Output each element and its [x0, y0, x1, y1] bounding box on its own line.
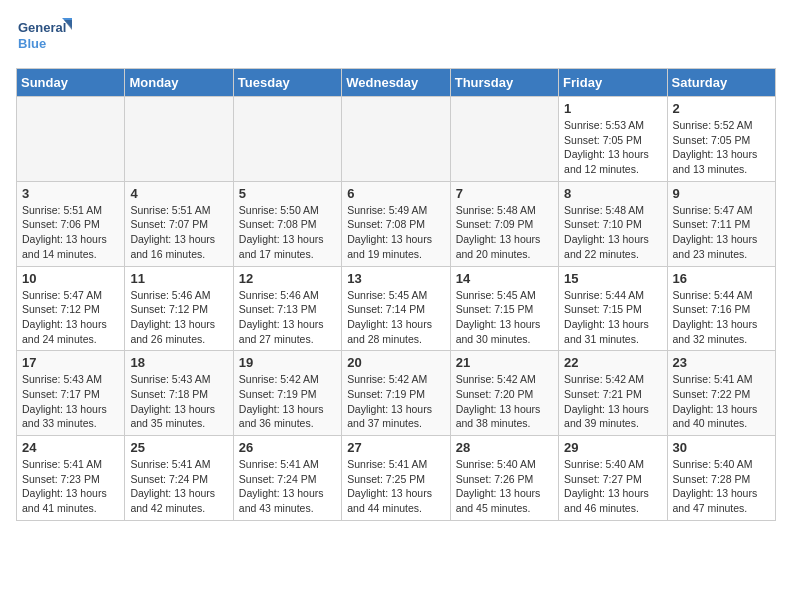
weekday-header: Thursday	[450, 69, 558, 97]
day-number: 17	[22, 355, 119, 370]
day-info: Sunrise: 5:43 AM Sunset: 7:18 PM Dayligh…	[130, 372, 227, 431]
weekday-header: Sunday	[17, 69, 125, 97]
day-number: 14	[456, 271, 553, 286]
weekday-header: Friday	[559, 69, 667, 97]
day-info: Sunrise: 5:52 AM Sunset: 7:05 PM Dayligh…	[673, 118, 770, 177]
calendar-day-cell: 17Sunrise: 5:43 AM Sunset: 7:17 PM Dayli…	[17, 351, 125, 436]
day-info: Sunrise: 5:45 AM Sunset: 7:14 PM Dayligh…	[347, 288, 444, 347]
day-info: Sunrise: 5:53 AM Sunset: 7:05 PM Dayligh…	[564, 118, 661, 177]
calendar-table: SundayMondayTuesdayWednesdayThursdayFrid…	[16, 68, 776, 521]
calendar-day-cell: 19Sunrise: 5:42 AM Sunset: 7:19 PM Dayli…	[233, 351, 341, 436]
calendar-day-cell: 22Sunrise: 5:42 AM Sunset: 7:21 PM Dayli…	[559, 351, 667, 436]
calendar-day-cell	[17, 97, 125, 182]
day-info: Sunrise: 5:40 AM Sunset: 7:27 PM Dayligh…	[564, 457, 661, 516]
day-number: 7	[456, 186, 553, 201]
calendar-day-cell: 2Sunrise: 5:52 AM Sunset: 7:05 PM Daylig…	[667, 97, 775, 182]
calendar-day-cell: 30Sunrise: 5:40 AM Sunset: 7:28 PM Dayli…	[667, 436, 775, 521]
day-info: Sunrise: 5:41 AM Sunset: 7:22 PM Dayligh…	[673, 372, 770, 431]
calendar-day-cell: 21Sunrise: 5:42 AM Sunset: 7:20 PM Dayli…	[450, 351, 558, 436]
day-info: Sunrise: 5:47 AM Sunset: 7:12 PM Dayligh…	[22, 288, 119, 347]
calendar-day-cell: 1Sunrise: 5:53 AM Sunset: 7:05 PM Daylig…	[559, 97, 667, 182]
day-number: 6	[347, 186, 444, 201]
calendar-day-cell: 16Sunrise: 5:44 AM Sunset: 7:16 PM Dayli…	[667, 266, 775, 351]
day-info: Sunrise: 5:51 AM Sunset: 7:07 PM Dayligh…	[130, 203, 227, 262]
day-info: Sunrise: 5:41 AM Sunset: 7:23 PM Dayligh…	[22, 457, 119, 516]
weekday-header: Tuesday	[233, 69, 341, 97]
logo: General Blue	[16, 16, 76, 60]
calendar-day-cell: 4Sunrise: 5:51 AM Sunset: 7:07 PM Daylig…	[125, 181, 233, 266]
calendar-day-cell	[125, 97, 233, 182]
calendar-day-cell: 27Sunrise: 5:41 AM Sunset: 7:25 PM Dayli…	[342, 436, 450, 521]
day-number: 8	[564, 186, 661, 201]
day-number: 1	[564, 101, 661, 116]
day-number: 27	[347, 440, 444, 455]
calendar-day-cell: 20Sunrise: 5:42 AM Sunset: 7:19 PM Dayli…	[342, 351, 450, 436]
calendar-day-cell: 29Sunrise: 5:40 AM Sunset: 7:27 PM Dayli…	[559, 436, 667, 521]
day-info: Sunrise: 5:46 AM Sunset: 7:13 PM Dayligh…	[239, 288, 336, 347]
calendar-day-cell: 23Sunrise: 5:41 AM Sunset: 7:22 PM Dayli…	[667, 351, 775, 436]
calendar-day-cell: 26Sunrise: 5:41 AM Sunset: 7:24 PM Dayli…	[233, 436, 341, 521]
day-number: 26	[239, 440, 336, 455]
day-number: 13	[347, 271, 444, 286]
day-number: 2	[673, 101, 770, 116]
day-number: 10	[22, 271, 119, 286]
day-number: 18	[130, 355, 227, 370]
day-info: Sunrise: 5:47 AM Sunset: 7:11 PM Dayligh…	[673, 203, 770, 262]
calendar-day-cell: 15Sunrise: 5:44 AM Sunset: 7:15 PM Dayli…	[559, 266, 667, 351]
day-number: 22	[564, 355, 661, 370]
calendar-day-cell: 28Sunrise: 5:40 AM Sunset: 7:26 PM Dayli…	[450, 436, 558, 521]
day-info: Sunrise: 5:43 AM Sunset: 7:17 PM Dayligh…	[22, 372, 119, 431]
weekday-header: Wednesday	[342, 69, 450, 97]
day-info: Sunrise: 5:48 AM Sunset: 7:09 PM Dayligh…	[456, 203, 553, 262]
calendar-day-cell	[342, 97, 450, 182]
day-number: 16	[673, 271, 770, 286]
day-number: 5	[239, 186, 336, 201]
day-number: 11	[130, 271, 227, 286]
svg-text:General: General	[18, 20, 66, 35]
day-number: 21	[456, 355, 553, 370]
day-number: 20	[347, 355, 444, 370]
day-number: 25	[130, 440, 227, 455]
calendar-day-cell: 18Sunrise: 5:43 AM Sunset: 7:18 PM Dayli…	[125, 351, 233, 436]
calendar-day-cell: 11Sunrise: 5:46 AM Sunset: 7:12 PM Dayli…	[125, 266, 233, 351]
day-info: Sunrise: 5:41 AM Sunset: 7:24 PM Dayligh…	[130, 457, 227, 516]
day-info: Sunrise: 5:45 AM Sunset: 7:15 PM Dayligh…	[456, 288, 553, 347]
day-number: 19	[239, 355, 336, 370]
day-info: Sunrise: 5:40 AM Sunset: 7:28 PM Dayligh…	[673, 457, 770, 516]
day-number: 23	[673, 355, 770, 370]
calendar-day-cell: 5Sunrise: 5:50 AM Sunset: 7:08 PM Daylig…	[233, 181, 341, 266]
day-info: Sunrise: 5:46 AM Sunset: 7:12 PM Dayligh…	[130, 288, 227, 347]
day-number: 3	[22, 186, 119, 201]
calendar-day-cell: 12Sunrise: 5:46 AM Sunset: 7:13 PM Dayli…	[233, 266, 341, 351]
day-info: Sunrise: 5:49 AM Sunset: 7:08 PM Dayligh…	[347, 203, 444, 262]
logo-icon: General Blue	[16, 16, 76, 60]
day-number: 24	[22, 440, 119, 455]
weekday-header-row: SundayMondayTuesdayWednesdayThursdayFrid…	[17, 69, 776, 97]
calendar-day-cell: 7Sunrise: 5:48 AM Sunset: 7:09 PM Daylig…	[450, 181, 558, 266]
day-info: Sunrise: 5:42 AM Sunset: 7:20 PM Dayligh…	[456, 372, 553, 431]
day-info: Sunrise: 5:42 AM Sunset: 7:19 PM Dayligh…	[347, 372, 444, 431]
day-info: Sunrise: 5:44 AM Sunset: 7:15 PM Dayligh…	[564, 288, 661, 347]
weekday-header: Monday	[125, 69, 233, 97]
calendar-day-cell	[450, 97, 558, 182]
svg-text:Blue: Blue	[18, 36, 46, 51]
day-info: Sunrise: 5:48 AM Sunset: 7:10 PM Dayligh…	[564, 203, 661, 262]
day-info: Sunrise: 5:42 AM Sunset: 7:21 PM Dayligh…	[564, 372, 661, 431]
calendar-day-cell: 10Sunrise: 5:47 AM Sunset: 7:12 PM Dayli…	[17, 266, 125, 351]
day-info: Sunrise: 5:50 AM Sunset: 7:08 PM Dayligh…	[239, 203, 336, 262]
day-number: 30	[673, 440, 770, 455]
calendar-day-cell: 9Sunrise: 5:47 AM Sunset: 7:11 PM Daylig…	[667, 181, 775, 266]
weekday-header: Saturday	[667, 69, 775, 97]
calendar-day-cell: 25Sunrise: 5:41 AM Sunset: 7:24 PM Dayli…	[125, 436, 233, 521]
day-number: 29	[564, 440, 661, 455]
calendar-day-cell	[233, 97, 341, 182]
calendar-day-cell: 14Sunrise: 5:45 AM Sunset: 7:15 PM Dayli…	[450, 266, 558, 351]
day-info: Sunrise: 5:51 AM Sunset: 7:06 PM Dayligh…	[22, 203, 119, 262]
day-number: 9	[673, 186, 770, 201]
calendar-day-cell: 6Sunrise: 5:49 AM Sunset: 7:08 PM Daylig…	[342, 181, 450, 266]
calendar-day-cell: 3Sunrise: 5:51 AM Sunset: 7:06 PM Daylig…	[17, 181, 125, 266]
day-info: Sunrise: 5:41 AM Sunset: 7:24 PM Dayligh…	[239, 457, 336, 516]
day-info: Sunrise: 5:44 AM Sunset: 7:16 PM Dayligh…	[673, 288, 770, 347]
header: General Blue	[16, 16, 776, 60]
calendar-week-row: 24Sunrise: 5:41 AM Sunset: 7:23 PM Dayli…	[17, 436, 776, 521]
